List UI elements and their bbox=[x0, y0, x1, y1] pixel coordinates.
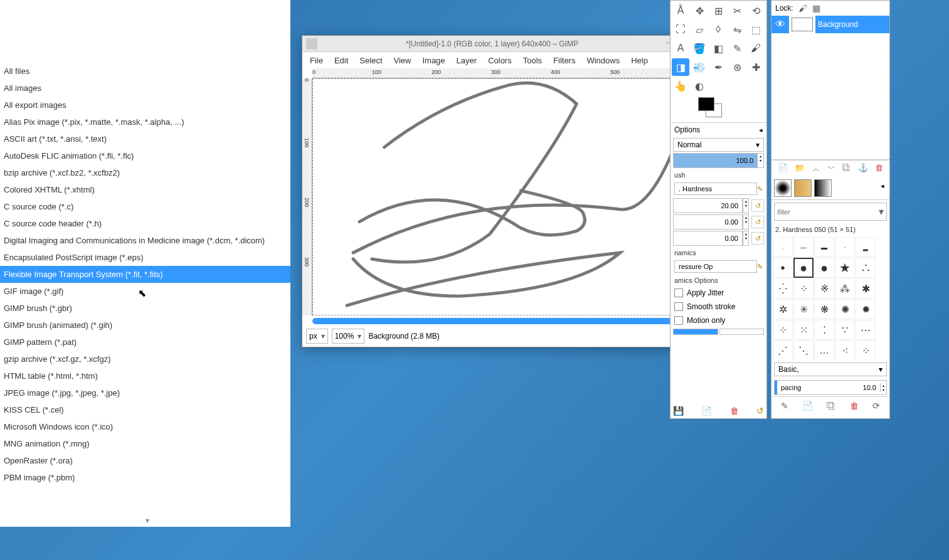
tool-perspective-icon[interactable]: ◊ bbox=[709, 21, 727, 38]
spacing-spinner[interactable]: ▴▾ bbox=[880, 383, 886, 392]
group-layer-icon[interactable]: 📁 bbox=[795, 163, 805, 174]
file-format-item[interactable]: JPEG image (*.jpg, *.jpeg, *.jpe) bbox=[0, 384, 290, 401]
smooth-stroke-check[interactable]: Smooth stroke bbox=[671, 300, 766, 314]
size-spinner[interactable]: ▴▾ bbox=[743, 198, 749, 213]
lock-alpha-icon[interactable]: ▦ bbox=[812, 3, 820, 13]
menu-tools[interactable]: Tools bbox=[518, 53, 547, 68]
dynamics-value[interactable]: ressure Op bbox=[674, 260, 757, 273]
menu-image[interactable]: Image bbox=[417, 53, 450, 68]
file-format-item[interactable]: Alias Pix image (*.pix, *.matte, *.mask,… bbox=[0, 114, 290, 130]
brush-cell[interactable]: ⋱ bbox=[793, 341, 814, 360]
brush-cell[interactable]: ● bbox=[793, 258, 814, 278]
brush-cell[interactable]: ⋯ bbox=[856, 320, 876, 340]
dyn-options-label[interactable]: amics Options bbox=[671, 275, 766, 286]
visibility-icon[interactable]: 👁 bbox=[771, 16, 789, 33]
file-format-item[interactable]: OpenRaster (*.ora) bbox=[0, 452, 290, 469]
tool-flip-icon[interactable]: ⇋ bbox=[728, 21, 746, 38]
filter-input[interactable] bbox=[775, 203, 876, 220]
file-format-item[interactable]: Digital Imaging and Communications in Me… bbox=[0, 232, 290, 249]
brush-cell[interactable]: ✲ bbox=[773, 299, 793, 319]
lower-layer-icon[interactable]: ﹀ bbox=[827, 163, 835, 174]
file-format-item[interactable]: MNG animation (*.mng) bbox=[0, 435, 290, 452]
mode-select[interactable]: Normal▾ bbox=[673, 138, 764, 152]
file-format-item[interactable]: ASCII art (*.txt, *.ansi, *.text) bbox=[0, 130, 290, 147]
ruler-horizontal[interactable]: 0100200300400500600 bbox=[312, 68, 692, 78]
file-format-item[interactable]: Colored XHTML (*.xhtml) bbox=[0, 181, 290, 198]
ruler-vertical[interactable]: 0100200300 bbox=[302, 78, 312, 315]
tool-heal-icon[interactable]: ✚ bbox=[747, 58, 765, 76]
new-layer-icon[interactable]: 📄 bbox=[778, 163, 788, 174]
spacing-slider[interactable]: pacing10.0 ▴▾ bbox=[774, 380, 887, 395]
brush-cell[interactable]: ⁘ bbox=[856, 341, 876, 360]
brush-grid[interactable]: .—▬·▂•●●★∴⁛⁘※⁂✱✲✳❋✺✹⁘⁙⁚∵⋯⋰⋱…⁖⁘ bbox=[771, 236, 889, 360]
brush-cell[interactable]: ● bbox=[814, 258, 834, 278]
color-swatches[interactable] bbox=[674, 97, 763, 121]
file-format-item[interactable]: Microsoft Windows icon (*.ico) bbox=[0, 418, 290, 435]
filter-dropdown-icon[interactable]: ▾ bbox=[876, 203, 886, 220]
file-format-item[interactable]: PBM image (*.pbm) bbox=[0, 469, 290, 486]
tool-move-icon[interactable]: ✥ bbox=[691, 2, 708, 19]
size-reset-icon[interactable]: ↺ bbox=[751, 199, 764, 212]
brush-preset-select[interactable]: Basic,▾ bbox=[774, 362, 887, 376]
duplicate-brush-icon[interactable]: ⿻ bbox=[827, 401, 835, 411]
file-format-item[interactable]: C source code (*.c) bbox=[0, 198, 290, 215]
tool-bucket-icon[interactable]: 🪣 bbox=[691, 40, 708, 57]
delete-preset-icon[interactable]: 🗑 bbox=[730, 406, 739, 416]
file-format-item[interactable]: GIMP brush (*.gbr) bbox=[0, 300, 290, 317]
layer-row[interactable]: 👁 Background bbox=[771, 16, 889, 33]
patterns-tab[interactable] bbox=[794, 179, 812, 197]
aspect-reset-icon[interactable]: ↺ bbox=[751, 216, 764, 228]
brush-filter[interactable]: ▾ bbox=[774, 203, 887, 221]
apply-jitter-check[interactable]: Apply Jitter bbox=[671, 286, 766, 300]
brush-edit-icon[interactable]: ✎ bbox=[757, 185, 763, 193]
menu-view[interactable]: View bbox=[389, 53, 416, 68]
tool-text-icon[interactable]: A bbox=[672, 40, 689, 57]
file-format-item[interactable]: KISS CEL (*.cel) bbox=[0, 401, 290, 418]
file-format-item[interactable]: bzip archive (*.xcf.bz2, *.xcfbz2) bbox=[0, 164, 290, 181]
menu-help[interactable]: Help bbox=[626, 53, 653, 68]
file-format-item[interactable]: AutoDesk FLIC animation (*.fli, *.flc) bbox=[0, 147, 290, 164]
anchor-layer-icon[interactable]: ⚓ bbox=[858, 163, 868, 174]
tool-align-icon[interactable]: ⊞ bbox=[709, 2, 727, 19]
brush-cell[interactable]: ⁙ bbox=[793, 320, 814, 340]
brush-cell[interactable]: ∵ bbox=[835, 320, 855, 340]
layer-thumbnail[interactable] bbox=[792, 18, 813, 31]
brush-cell[interactable]: ⋰ bbox=[773, 341, 793, 360]
tool-scale-icon[interactable]: ⛶ bbox=[672, 21, 689, 38]
file-format-item[interactable]: GIF image (*.gif) bbox=[0, 283, 290, 300]
tool-rotate-icon[interactable]: ⟲ bbox=[747, 2, 765, 19]
zoom-select[interactable]: 100%▾ bbox=[332, 329, 365, 344]
file-format-item[interactable]: C source code header (*.h) bbox=[0, 215, 290, 232]
titlebar[interactable]: *[Untitled]-1.0 (RGB color, 1 layer) 640… bbox=[302, 36, 702, 52]
brush-cell[interactable]: . bbox=[773, 237, 793, 257]
brush-cell[interactable]: ⁂ bbox=[835, 278, 855, 298]
layers-list[interactable]: 👁 Background bbox=[771, 16, 889, 160]
brush-cell[interactable]: ⁘ bbox=[793, 278, 814, 298]
tool-eraser-icon[interactable]: ◨ bbox=[672, 58, 689, 76]
unit-select[interactable]: px▾ bbox=[306, 329, 328, 344]
tool-ink-icon[interactable]: ✒ bbox=[709, 58, 727, 76]
file-format-item[interactable]: gzip archive (*.xcf.gz, *.xcfgz) bbox=[0, 351, 290, 367]
file-format-item[interactable]: Encapsulated PostScript image (*.eps) bbox=[0, 249, 290, 266]
menu-select[interactable]: Select bbox=[354, 53, 387, 68]
brush-cell[interactable]: ⁘ bbox=[773, 320, 793, 340]
delete-brush-icon[interactable]: 🗑 bbox=[850, 401, 859, 411]
file-format-item[interactable]: Flexible Image Transport System (*.fit, … bbox=[0, 266, 290, 283]
file-format-item[interactable]: All images bbox=[0, 80, 290, 97]
delete-layer-icon[interactable]: 🗑 bbox=[875, 163, 883, 174]
edit-brush-icon[interactable]: ✎ bbox=[781, 401, 788, 411]
tool-measure-icon[interactable]: Å bbox=[672, 2, 689, 19]
configure-tab-icon[interactable]: ◂ bbox=[759, 126, 763, 134]
tool-dodge-icon[interactable]: ◐ bbox=[691, 77, 708, 95]
brush-cell[interactable]: ✱ bbox=[856, 278, 876, 298]
tool-smudge-icon[interactable]: 👆 bbox=[672, 77, 689, 95]
restore-preset-icon[interactable]: 📄 bbox=[701, 406, 712, 416]
brush-cell[interactable]: ✺ bbox=[835, 299, 855, 319]
save-preset-icon[interactable]: 💾 bbox=[673, 406, 684, 416]
brushes-tab[interactable] bbox=[774, 179, 792, 197]
angle-spinner[interactable]: ▴▾ bbox=[743, 231, 749, 246]
lock-pixels-icon[interactable]: 🖌 bbox=[798, 3, 807, 13]
size-input[interactable]: 20.00 bbox=[673, 198, 743, 213]
tool-airbrush-icon[interactable]: 💨 bbox=[691, 58, 708, 76]
file-format-item[interactable]: All files bbox=[0, 63, 290, 80]
